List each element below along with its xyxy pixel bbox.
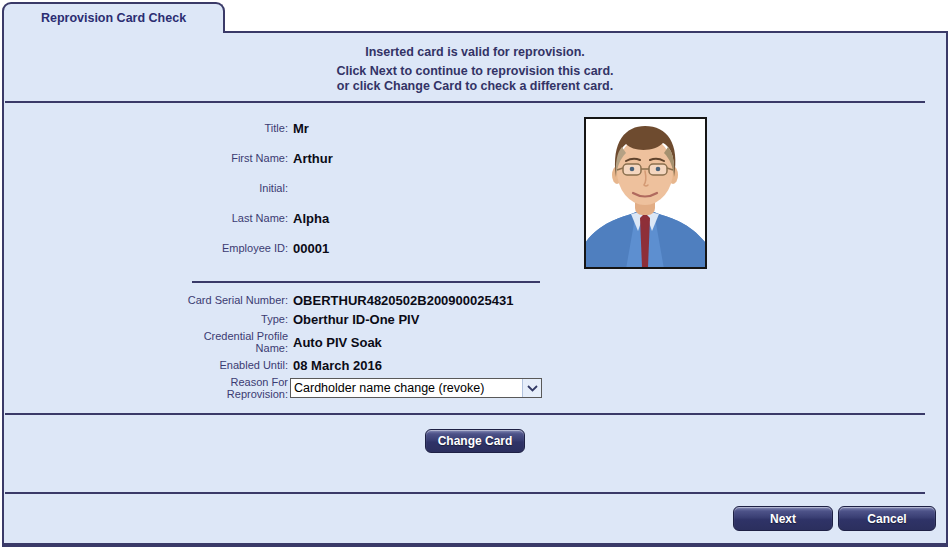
divider xyxy=(5,413,925,415)
instructions: Inserted card is valid for reprovision. … xyxy=(4,45,946,94)
field-label: Title: xyxy=(4,122,288,134)
field-value: OBERTHUR4820502B200900025431 xyxy=(293,293,513,308)
field-value: Mr xyxy=(293,121,309,136)
instruction-line: or click Change Card to check a differen… xyxy=(4,79,946,94)
field-label: Credential Profile Name: xyxy=(4,330,288,354)
cancel-button[interactable]: Cancel xyxy=(838,506,936,531)
field-value: 00001 xyxy=(293,241,329,256)
field-row-title: Title: Mr xyxy=(4,120,333,136)
field-row-reason-for-reprovision: Reason For Reprovision: Cardholder name … xyxy=(4,376,542,400)
change-card-row: Change Card xyxy=(4,429,946,453)
field-label: Type: xyxy=(4,313,288,325)
instruction-line: Click Next to continue to reprovision th… xyxy=(4,64,946,79)
reason-for-reprovision-select[interactable]: Cardholder name change (revoke) xyxy=(290,378,542,398)
field-value: Alpha xyxy=(293,211,329,226)
field-label: Enabled Until: xyxy=(4,359,288,371)
field-label: First Name: xyxy=(4,152,288,164)
field-label: Card Serial Number: xyxy=(4,294,288,306)
person-fields: Title: Mr First Name: Arthur Initial: La… xyxy=(4,120,333,270)
field-row-credential-profile-name: Credential Profile Name: Auto PIV Soak xyxy=(4,330,542,354)
next-button[interactable]: Next xyxy=(733,506,833,531)
main-panel: Inserted card is valid for reprovision. … xyxy=(2,31,948,547)
footer-actions: Next Cancel xyxy=(4,506,936,531)
field-row-card-serial-number: Card Serial Number: OBERTHUR4820502B2009… xyxy=(4,292,542,308)
field-label: Last Name: xyxy=(4,212,288,224)
tab-reprovision-card-check[interactable]: Reprovision Card Check xyxy=(2,2,225,33)
instruction-line: Inserted card is valid for reprovision. xyxy=(4,45,946,60)
divider xyxy=(5,492,925,494)
divider xyxy=(5,101,925,103)
field-row-employee-id: Employee ID: 00001 xyxy=(4,240,333,256)
chevron-down-icon xyxy=(522,379,541,397)
field-value: Oberthur ID-One PIV xyxy=(293,312,419,327)
tab-label: Reprovision Card Check xyxy=(41,11,186,27)
field-value: Arthur xyxy=(293,151,333,166)
field-row-last-name: Last Name: Alpha xyxy=(4,210,333,226)
field-label: Employee ID: xyxy=(4,242,288,254)
divider xyxy=(192,281,540,283)
selected-reason: Cardholder name change (revoke) xyxy=(291,379,522,397)
field-label: Reason For Reprovision: xyxy=(4,376,288,400)
field-label: Initial: xyxy=(4,182,288,194)
field-row-first-name: First Name: Arthur xyxy=(4,150,333,166)
field-value: 08 March 2016 xyxy=(293,358,382,373)
card-fields: Card Serial Number: OBERTHUR4820502B2009… xyxy=(4,292,542,403)
field-row-initial: Initial: xyxy=(4,180,333,196)
field-row-enabled-until: Enabled Until: 08 March 2016 xyxy=(4,357,542,373)
reprovision-window: Reprovision Card Check Inserted card is … xyxy=(0,0,950,550)
portrait-image xyxy=(586,119,705,267)
cardholder-photo xyxy=(584,117,707,269)
field-row-type: Type: Oberthur ID-One PIV xyxy=(4,311,542,327)
field-value: Auto PIV Soak xyxy=(293,335,382,350)
change-card-button[interactable]: Change Card xyxy=(425,429,525,453)
